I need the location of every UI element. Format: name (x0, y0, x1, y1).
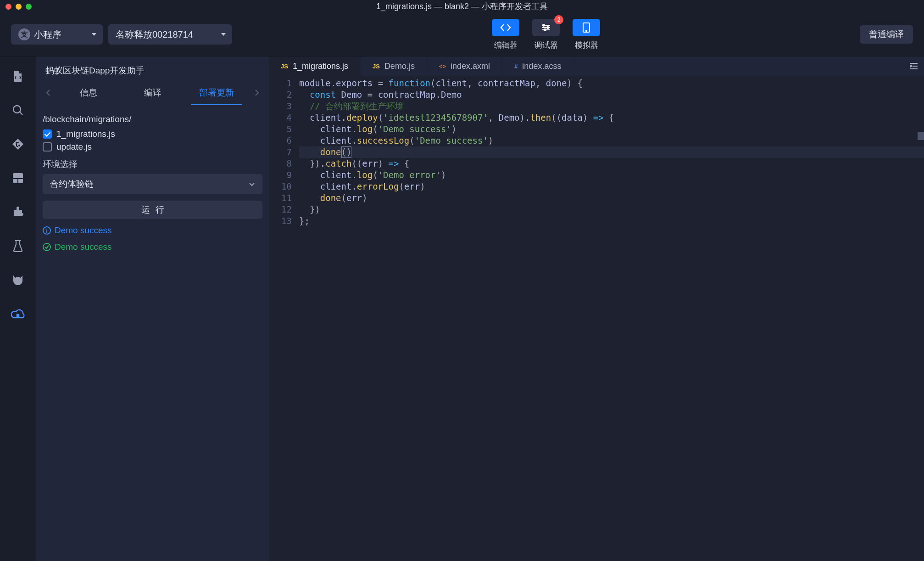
editor-area: JS 1_migrations.js JS Demo.js <> index.a… (269, 56, 924, 561)
mode-simulator-label: 模拟器 (575, 40, 598, 50)
svg-point-4 (586, 30, 587, 31)
sliders-icon (541, 23, 551, 32)
chevron-left-icon (46, 89, 50, 96)
env-select[interactable]: 合约体验链 (43, 174, 262, 194)
log-line-success: Demo success (43, 242, 262, 252)
file-row[interactable]: update.js (43, 142, 262, 152)
split-editor-button[interactable] (904, 56, 924, 76)
code-icon (500, 23, 511, 32)
file-checkbox[interactable] (43, 129, 52, 139)
traffic-lights (6, 4, 32, 10)
window-title: 1_migrations.js — blank2 — 小程序开发者工具 (376, 1, 548, 12)
debugger-mode-button[interactable]: 2 (532, 19, 560, 36)
maximize-window-icon[interactable] (26, 4, 32, 10)
svg-rect-10 (17, 178, 18, 183)
current-line-highlight (299, 146, 924, 158)
editor-tab-label: Demo.js (384, 62, 415, 71)
search-icon[interactable] (11, 103, 25, 117)
debugger-badge: 2 (554, 15, 563, 24)
log-line-info: i Demo success (43, 225, 262, 236)
file-icon[interactable] (11, 69, 25, 83)
line-gutter: 12345678910111213 (269, 76, 299, 561)
editor-tab-label: index.acss (522, 62, 561, 71)
code-editor[interactable]: 12345678910111213 module.exports = funct… (269, 76, 924, 561)
check-icon (43, 243, 51, 251)
compile-button[interactable]: 普通编译 (860, 25, 913, 44)
acss-file-icon: # (514, 63, 518, 70)
project-select[interactable]: 名称释放00218714 (108, 24, 232, 45)
migrations-path: /blockchain/migrations/ (43, 114, 262, 124)
mode-editor-label: 编辑器 (494, 40, 518, 50)
mode-debugger-label: 调试器 (534, 40, 558, 50)
info-icon: i (43, 226, 51, 235)
file-name: update.js (56, 142, 92, 152)
chevron-right-icon (255, 89, 259, 96)
side-panel-tabs: 信息 编译 部署更新 (36, 80, 269, 105)
tabs-prev[interactable] (40, 89, 56, 96)
svg-point-2 (544, 29, 546, 31)
tab-info-label: 信息 (80, 87, 97, 99)
svg-point-1 (547, 27, 549, 28)
app-type-value: 小程序 (34, 28, 61, 41)
run-button[interactable]: 运行 (43, 201, 262, 219)
svg-point-0 (543, 24, 545, 26)
indent-icon (909, 62, 918, 70)
mode-simulator[interactable]: 模拟器 (573, 19, 600, 50)
side-panel-title: 蚂蚁区块链Dapp开发助手 (36, 56, 269, 80)
cat-icon[interactable] (11, 273, 25, 287)
main-area: 蚂蚁区块链Dapp开发助手 信息 编译 部署更新 /blockchain/mig… (0, 56, 924, 561)
svg-point-5 (13, 106, 21, 113)
tab-info[interactable]: 信息 (56, 80, 121, 105)
cloud-icon[interactable] (11, 307, 25, 321)
js-file-icon: JS (281, 63, 288, 70)
tab-deploy[interactable]: 部署更新 (184, 80, 249, 105)
log-text: Demo success (55, 225, 112, 236)
alipay-icon: 支 (18, 28, 30, 40)
extension-icon[interactable] (11, 205, 25, 219)
axml-file-icon: <> (439, 63, 446, 70)
mode-debugger[interactable]: 2 调试器 (532, 19, 560, 50)
mode-editor[interactable]: 编辑器 (492, 19, 519, 50)
cursor (341, 146, 352, 158)
compile-label: 普通编译 (869, 28, 904, 40)
file-checkbox[interactable] (43, 142, 52, 151)
chevron-down-icon (221, 33, 226, 36)
titlebar: 1_migrations.js — blank2 — 小程序开发者工具 (0, 0, 924, 13)
editor-tab[interactable]: JS Demo.js (361, 56, 427, 76)
log-text: Demo success (55, 242, 112, 252)
editor-mode-button[interactable] (492, 19, 519, 36)
js-file-icon: JS (373, 63, 380, 70)
close-window-icon[interactable] (6, 4, 11, 10)
env-label: 环境选择 (43, 158, 262, 170)
blocks-icon[interactable] (11, 171, 25, 185)
side-panel: 蚂蚁区块链Dapp开发助手 信息 编译 部署更新 /blockchain/mig… (36, 56, 269, 561)
file-row[interactable]: 1_migrations.js (43, 129, 262, 139)
editor-tabs: JS 1_migrations.js JS Demo.js <> index.a… (269, 56, 924, 76)
editor-tab[interactable]: <> index.axml (427, 56, 502, 76)
tab-deploy-label: 部署更新 (199, 87, 234, 99)
editor-tab[interactable]: JS 1_migrations.js (269, 56, 361, 76)
minimap-viewport[interactable] (918, 132, 924, 140)
simulator-mode-button[interactable] (573, 19, 600, 36)
app-type-select[interactable]: 支 小程序 (11, 24, 103, 45)
git-icon[interactable] (11, 137, 25, 151)
env-value: 合约体验链 (50, 178, 94, 190)
activity-bar (0, 56, 36, 561)
tabs-next[interactable] (249, 89, 265, 96)
svg-point-7 (18, 145, 20, 146)
file-name: 1_migrations.js (56, 129, 115, 139)
tab-compile[interactable]: 编译 (121, 80, 185, 105)
tab-compile-label: 编译 (144, 87, 161, 99)
svg-point-6 (16, 142, 17, 144)
chevron-down-icon (249, 179, 255, 189)
beaker-icon[interactable] (11, 239, 25, 253)
run-label: 运行 (136, 204, 170, 216)
editor-tab-label: 1_migrations.js (293, 62, 348, 71)
editor-tab-label: index.axml (451, 62, 490, 71)
main-toolbar: 支 小程序 名称释放00218714 编辑器 2 调试器 (0, 13, 924, 56)
editor-tab[interactable]: # index.acss (502, 56, 573, 76)
chevron-down-icon (92, 33, 96, 36)
project-name: 名称释放00218714 (116, 28, 193, 41)
minimize-window-icon[interactable] (16, 4, 22, 10)
phone-icon (582, 22, 590, 33)
